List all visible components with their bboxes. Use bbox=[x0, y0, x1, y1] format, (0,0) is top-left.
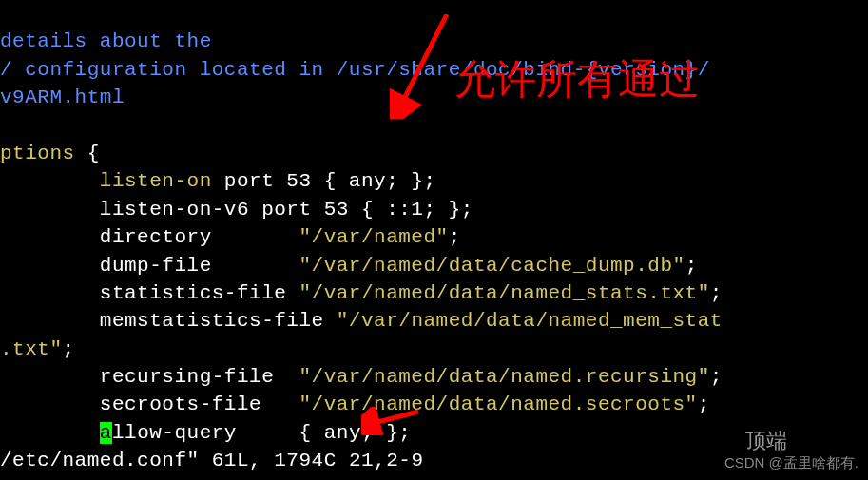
memstats-wrap: .txt" bbox=[0, 338, 63, 360]
options-brace: { bbox=[75, 143, 100, 164]
recursing-key: recursing-file bbox=[0, 366, 299, 388]
recursing-val: "/var/named/data/named.recursing" bbox=[299, 366, 709, 388]
stats-file-end: ; bbox=[710, 282, 723, 304]
allow-query-key: llow-query { any; }; bbox=[112, 422, 411, 444]
comment-line-3: v9ARM.html bbox=[0, 86, 125, 108]
terminal-editor[interactable]: details about the / configuration locate… bbox=[0, 0, 868, 447]
directory-val: "/var/named" bbox=[299, 226, 448, 248]
directory-end: ; bbox=[449, 226, 461, 248]
listen-on-v6: listen-on-v6 port 53 { ::1; }; bbox=[0, 199, 473, 221]
comment-line-1: details about the bbox=[0, 30, 212, 52]
options-keyword: ptions bbox=[0, 143, 75, 164]
memstats-key: memstatistics-file bbox=[0, 310, 337, 332]
listen-on-key: listen-on bbox=[0, 170, 212, 192]
annotation-text: 允许所有通过 bbox=[454, 50, 700, 107]
stats-file-key: statistics-file bbox=[0, 282, 299, 304]
secroots-val: "/var/named/data/named.secroots" bbox=[299, 394, 697, 415]
directory-key: directory bbox=[0, 226, 299, 248]
dump-file-end: ; bbox=[685, 255, 698, 277]
status-line: /etc/named.conf" 61L, 1794C 21,2-9 bbox=[0, 447, 424, 474]
dump-file-key: dump-file bbox=[0, 255, 299, 277]
cursor: a bbox=[100, 422, 112, 444]
status-file: /etc/named.conf" bbox=[0, 450, 200, 471]
stats-file-val: "/var/named/data/named_stats.txt" bbox=[299, 282, 709, 304]
allow-query-indent bbox=[0, 422, 100, 444]
status-info: 61L, 1794C bbox=[200, 450, 337, 471]
listen-on-val: port 53 { any; }; bbox=[212, 170, 436, 192]
secroots-key: secroots-file bbox=[0, 394, 299, 415]
secroots-end: ; bbox=[698, 394, 710, 415]
status-gap bbox=[337, 450, 349, 471]
watermark: CSDN @孟里啥都有. bbox=[724, 452, 858, 472]
recursing-end: ; bbox=[710, 366, 723, 388]
status-position: 21,2-9 bbox=[349, 450, 424, 471]
memstats-val: "/var/named/data/named_mem_stat bbox=[337, 310, 723, 332]
dump-file-val: "/var/named/data/cache_dump.db" bbox=[299, 255, 685, 277]
memstats-end: ; bbox=[63, 338, 75, 360]
